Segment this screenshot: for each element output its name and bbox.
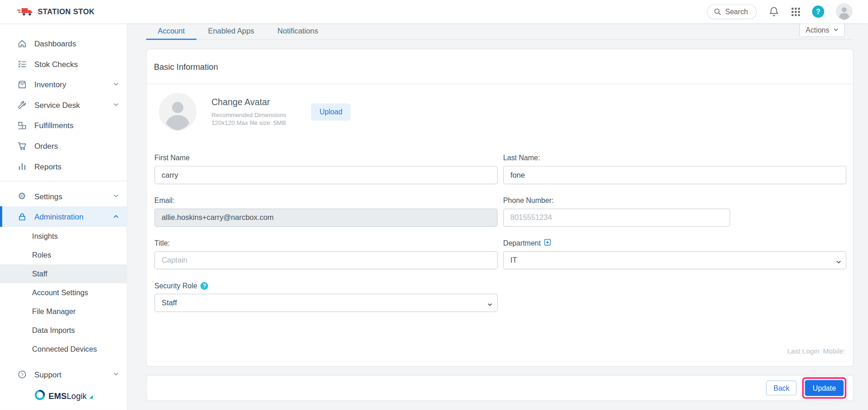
ems-logo-text: Logik — [67, 391, 86, 400]
sidebar-item-administration[interactable]: Administration — [0, 206, 127, 227]
sidebar-subitem-file-manager[interactable]: File Manager — [0, 302, 127, 321]
sidebar-item-label: Fulfillments — [34, 121, 74, 129]
sidebar-item-fulfillments[interactable]: Fulfillments — [0, 115, 127, 136]
app-root: STATION STOK Search ? — [0, 0, 868, 410]
tab-bar: Account Enabled Apps Notifications Actio… — [146, 23, 854, 40]
ems-logo-mark-icon — [90, 391, 93, 401]
first-name-label: First Name — [154, 154, 498, 162]
apps-grid-icon[interactable] — [791, 7, 800, 16]
email-input — [154, 208, 498, 227]
add-department-icon[interactable] — [544, 239, 550, 247]
chevron-down-icon — [113, 193, 119, 199]
email-field: Email: — [154, 197, 498, 227]
security-role-label: Security Role — [154, 281, 197, 290]
email-label: Email: — [154, 197, 498, 205]
sidebar-subitem-insights[interactable]: Insights — [0, 227, 127, 246]
ems-logik-logo: EMSLogik — [0, 388, 127, 404]
sidebar-subitem-account-settings[interactable]: Account Settings — [0, 283, 127, 302]
help-icon[interactable]: ? — [812, 6, 824, 18]
sidebar-item-reports[interactable]: Reports — [0, 156, 127, 177]
last-name-label: Last Name: — [503, 154, 846, 162]
last-login-text: Last Login: Mobile: — [787, 348, 845, 355]
search-icon — [714, 8, 721, 16]
lock-icon — [17, 211, 27, 222]
sidebar-subitem-staff[interactable]: Staff — [0, 264, 127, 283]
sidebar-item-settings[interactable]: ⚙ Settings — [0, 186, 127, 207]
home-icon — [17, 38, 27, 49]
chevron-down-icon — [113, 371, 119, 377]
profile-avatar-placeholder[interactable] — [159, 93, 197, 130]
cart-icon — [17, 140, 27, 151]
sidebar-item-label: Inventory — [34, 80, 66, 89]
first-name-field: First Name — [154, 154, 498, 184]
sidebar-subitem-data-imports[interactable]: Data Imports — [0, 321, 127, 340]
last-name-input[interactable] — [503, 166, 846, 184]
chevron-down-icon — [113, 102, 119, 108]
brand-name: STATION STOK — [38, 7, 95, 16]
department-select[interactable]: IT — [503, 251, 846, 270]
update-highlight-annotation: Update — [802, 377, 846, 399]
form-spacer — [503, 281, 846, 312]
sidebar-item-label: Support — [34, 370, 62, 378]
last-name-field: Last Name: — [503, 154, 846, 184]
actions-label: Actions — [806, 26, 829, 34]
first-name-input[interactable] — [154, 166, 498, 184]
tab-notifications[interactable]: Notifications — [266, 23, 329, 39]
checklist-icon — [17, 59, 27, 69]
sidebar-item-label: Service Desk — [34, 101, 80, 109]
user-avatar[interactable] — [836, 3, 852, 20]
gear-icon: ⚙ — [17, 191, 27, 202]
sidebar-item-label: Settings — [34, 191, 62, 200]
department-label-row: Department — [503, 239, 846, 247]
search-input[interactable]: Search — [707, 4, 756, 19]
security-role-field: Security Role ? Staff — [154, 281, 498, 312]
sidebar-item-service-desk[interactable]: Service Desk — [0, 95, 127, 115]
security-role-select[interactable]: Staff — [154, 294, 498, 312]
sidebar-subitem-roles[interactable]: Roles — [0, 246, 127, 264]
sidebar-item-support[interactable]: ? Support — [0, 364, 127, 385]
security-role-help-icon[interactable]: ? — [200, 282, 208, 290]
sidebar-item-label: Reports — [34, 162, 62, 170]
chevron-down-icon — [833, 26, 839, 34]
fulfillment-boxes-icon — [17, 120, 27, 130]
avatar-hint-line2: 120x120 Max file size: 5MB — [211, 118, 286, 126]
tab-account[interactable]: Account — [146, 23, 196, 39]
department-field: Department IT — [503, 239, 846, 269]
title-field: Title: — [154, 239, 498, 269]
wrench-icon — [17, 100, 27, 110]
sidebar-subitem-connected-devices[interactable]: Connected Devices — [0, 340, 127, 359]
sidebar-item-label: Orders — [34, 141, 58, 150]
title-input[interactable] — [154, 251, 498, 270]
phone-input[interactable] — [503, 208, 730, 227]
sidebar-item-orders[interactable]: Orders — [0, 135, 127, 156]
department-label: Department — [503, 239, 541, 247]
update-button[interactable]: Update — [805, 380, 844, 396]
notifications-bell-icon[interactable] — [768, 6, 779, 17]
ems-logik-swirl-icon — [34, 389, 46, 403]
staff-form: First Name Last Name: Email: Phone Numbe… — [147, 154, 853, 312]
sidebar-item-inventory[interactable]: Inventory — [0, 74, 127, 95]
upload-button[interactable]: Upload — [311, 103, 351, 120]
box-icon — [17, 79, 27, 90]
phone-label: Phone Number: — [503, 197, 846, 205]
svg-text:?: ? — [21, 371, 23, 376]
security-role-select-wrap: Staff — [154, 294, 498, 312]
phone-field: Phone Number: — [503, 197, 846, 227]
main-content: Account Enabled Apps Notifications Actio… — [127, 23, 868, 410]
bar-chart-icon — [17, 161, 27, 172]
chevron-down-icon — [113, 81, 119, 87]
ems-logo-text-bold: EMS — [48, 391, 67, 400]
brand-logo[interactable]: STATION STOK — [17, 6, 95, 17]
change-avatar-section: Change Avatar Recommended Dimensions 120… — [159, 93, 853, 130]
search-label: Search — [725, 7, 748, 16]
sidebar-item-label: Administration — [34, 212, 84, 221]
sidebar-item-stok-checks[interactable]: Stok Checks — [0, 54, 127, 74]
sidebar-item-dashboards[interactable]: Dashboards — [0, 33, 127, 54]
actions-button[interactable]: Actions — [800, 23, 845, 37]
tab-enabled-apps[interactable]: Enabled Apps — [196, 23, 266, 39]
card-title: Basic Information — [147, 49, 853, 84]
form-footer-bar: Back Update — [146, 375, 854, 401]
top-header: STATION STOK Search ? — [0, 0, 868, 23]
basic-information-card: Basic Information Change Avatar Recommen… — [146, 49, 854, 367]
back-button[interactable]: Back — [766, 381, 797, 396]
